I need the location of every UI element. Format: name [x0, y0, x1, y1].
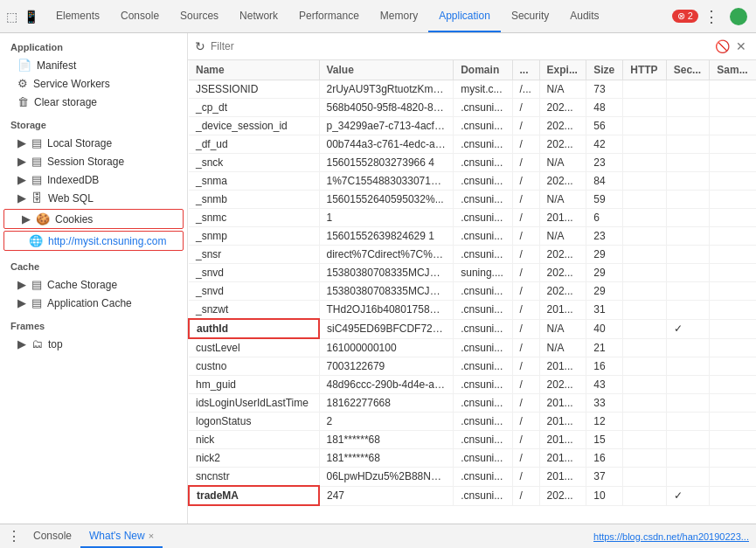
refresh-icon[interactable]: ↻ [195, 39, 205, 53]
table-row[interactable]: idsLoginUserIdLastTime18162277668.cnsuni… [189, 394, 756, 413]
sidebar-item-session-storage[interactable]: ▶ ▤ Session Storage [0, 152, 187, 170]
table-row[interactable]: _df_ud00b744a3-c761-4edc-a9....cnsuni...… [189, 135, 756, 154]
cell-expires: N/A [539, 227, 586, 246]
bottom-right-link[interactable]: https://blog.csdn.net/han20190223... [593, 531, 749, 542]
more-icon[interactable]: ⋮ [704, 7, 719, 26]
sidebar-item-label: top [48, 338, 63, 350]
device-icon[interactable]: 📱 [23, 9, 38, 24]
sidebar-item-web-sql[interactable]: ▶ 🗄 Web SQL [0, 189, 187, 207]
cell-http [623, 376, 667, 394]
inspect-icon[interactable]: ⬚ [3, 9, 19, 24]
sidebar-item-label: Clear storage [34, 96, 97, 108]
tab-security[interactable]: Security [501, 0, 559, 32]
table-row[interactable]: custLevel161000000100.cnsuni.../N/A21 [189, 338, 756, 357]
cell-expires: 202... [539, 135, 586, 154]
tab-network[interactable]: Network [229, 0, 288, 32]
table-row[interactable]: nick181******68.cnsuni.../201...15 [189, 431, 756, 449]
cell-sec [666, 301, 710, 320]
filter-close-icon[interactable]: ✕ [733, 38, 749, 54]
table-row[interactable]: JSESSIONID2rUyAU9T3gRtuotzKm1...mysit.c.… [189, 80, 756, 99]
table-row[interactable]: _snsrdirect%7Cdirect%7C%7C....cnsuni.../… [189, 246, 756, 264]
table-row[interactable]: _device_session_idp_34299ae7-c713-4acf-b… [189, 117, 756, 135]
table-row[interactable]: _snmp15601552639824629 1.cnsuni.../N/A23 [189, 227, 756, 246]
toolbar-icon-group: ⬚ 📱 [3, 9, 38, 24]
table-row[interactable]: _snck15601552803273966 4.cnsuni.../N/A23 [189, 154, 756, 172]
sidebar-item-cache-storage[interactable]: ▶ ▤ Cache Storage [0, 275, 187, 294]
table-row[interactable]: _snmb15601552640595032%....cnsuni.../N/A… [189, 191, 756, 209]
tab-elements[interactable]: Elements [45, 0, 110, 32]
table-row[interactable]: _snzwtTHd2OJ16b408017583y....cnsuni.../2… [189, 301, 756, 320]
tab-performance[interactable]: Performance [288, 0, 370, 32]
table-row[interactable]: _snvd15380380708335MCJ8av....cnsuni.../2… [189, 282, 756, 301]
table-row[interactable]: custno7003122679.cnsuni.../201...16 [189, 357, 756, 376]
cell-value: 18162277668 [319, 394, 454, 413]
cell-domain: .cnsuni... [454, 117, 512, 135]
sidebar-item-top[interactable]: ▶ 🗂 top [0, 335, 187, 353]
table-row[interactable]: sncnstr06LpwHDzu5%2B88NGT....cnsuni.../2… [189, 468, 756, 487]
tab-application[interactable]: Application [428, 0, 501, 32]
cell-http [623, 80, 667, 99]
table-row[interactable]: tradeMA247.cnsuni.../202...10✓ [189, 486, 756, 505]
frames-icon: 🗂 [31, 337, 43, 350]
sidebar-item-application-cache[interactable]: ▶ ▤ Application Cache [0, 294, 187, 312]
cell-sec [666, 357, 710, 376]
tab-sources[interactable]: Sources [170, 0, 229, 32]
tab-memory[interactable]: Memory [370, 0, 428, 32]
bottom-tab-console[interactable]: Console [24, 524, 80, 548]
cell-expires: N/A [539, 338, 586, 357]
cell-path: / [512, 357, 539, 376]
cell-path: / [512, 282, 539, 301]
cell-sam [710, 376, 756, 394]
tab-close-icon[interactable]: × [149, 531, 154, 541]
bottom-tab-whats-new[interactable]: What's New× [80, 524, 163, 548]
cell-http [623, 246, 667, 264]
cache-storage-icon: ▤ [31, 278, 42, 291]
cell-name: idsLoginUserIdLastTime [189, 394, 319, 413]
cell-sec [666, 80, 710, 99]
cell-path: / [512, 172, 539, 191]
cell-http [623, 264, 667, 282]
cell-value: 1 [319, 209, 454, 227]
table-row[interactable]: hm_guid48d96ccc-290b-4d4e-a1....cnsuni..… [189, 376, 756, 394]
sidebar-item-clear-storage[interactable]: 🗑 Clear storage [0, 93, 187, 111]
table-body: JSESSIONID2rUyAU9T3gRtuotzKm1...mysit.c.… [189, 80, 756, 506]
cell-name: logonStatus [189, 413, 319, 431]
application-section-title: Application [0, 33, 187, 56]
bottom-dots-icon[interactable]: ⋮ [7, 528, 21, 545]
cell-sam [710, 282, 756, 301]
sidebar-item-cookies[interactable]: ▶ 🍪 Cookies [3, 209, 184, 229]
cookie-table[interactable]: NameValueDomain...Expi...SizeHTTPSec...S… [188, 60, 756, 524]
table-row[interactable]: logonStatus2.cnsuni.../201...12 [189, 413, 756, 431]
cell-path: / [512, 227, 539, 246]
cell-name: tradeMA [189, 486, 319, 505]
cell-sec [666, 468, 710, 487]
sidebar-item-service-workers[interactable]: ⚙ Service Workers [0, 74, 187, 93]
cell-expires: 202... [539, 376, 586, 394]
cell-size: 73 [586, 80, 623, 99]
table-row[interactable]: _snvd15380380708335MCJ8av...suning..../2… [189, 264, 756, 282]
table-row[interactable]: nick2181******68.cnsuni.../201...16 [189, 449, 756, 468]
table-row[interactable]: _snma1%7C15548830330716 4....cnsuni.../2… [189, 172, 756, 191]
table-row[interactable]: authIdsiC495ED69BFCDF725A3....cnsuni.../… [189, 319, 756, 338]
cell-http [623, 135, 667, 154]
tab-console[interactable]: Console [110, 0, 170, 32]
cell-path: / [512, 376, 539, 394]
cell-name: custLevel [189, 338, 319, 357]
sidebar-item-indexeddb[interactable]: ▶ ▤ IndexedDB [0, 170, 187, 189]
table-row[interactable]: _cp_dt568b4050-95f8-4820-86....cnsuni...… [189, 99, 756, 117]
sidebar-item-manifest[interactable]: 📄 Manifest [0, 56, 187, 74]
cell-sec [666, 191, 710, 209]
cell-size: 23 [586, 227, 623, 246]
cell-value: 7003122679 [319, 357, 454, 376]
cell-sec [666, 154, 710, 172]
cell-domain: .cnsuni... [454, 413, 512, 431]
table-row[interactable]: _snmc1.cnsuni.../201...6 [189, 209, 756, 227]
cell-sam [710, 319, 756, 338]
websql-expand-icon: ▶ [17, 191, 26, 205]
tab-audits[interactable]: Audits [559, 0, 609, 32]
filter-clear-icon[interactable]: 🚫 [714, 38, 730, 54]
sidebar-item-cookie-url[interactable]: 🌐 http://mysit.cnsuning.com [3, 231, 184, 251]
filter-input[interactable] [211, 40, 709, 52]
sidebar-item-local-storage[interactable]: ▶ ▤ Local Storage [0, 134, 187, 152]
cookies-icon: 🍪 [36, 212, 50, 225]
